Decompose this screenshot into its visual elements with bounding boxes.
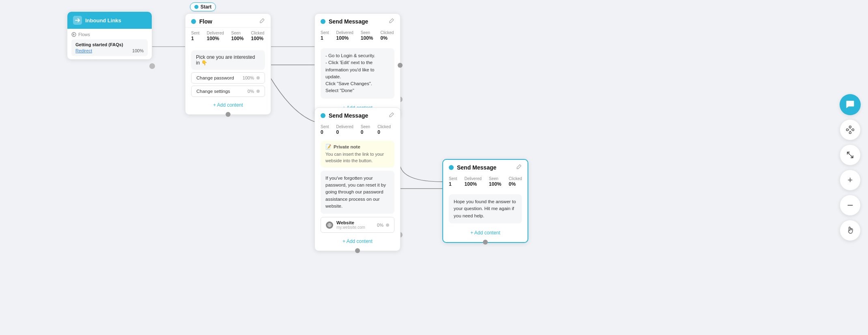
send-message-node-2: Send Message Sent 0 Delivered 0 Seen 0 C… bbox=[314, 107, 401, 251]
send-message-node-1: Send Message Sent 1 Delivered 100% Seen … bbox=[314, 13, 401, 118]
svg-point-6 bbox=[849, 126, 851, 128]
private-note: 📝 Private note You can insert the link t… bbox=[321, 141, 394, 168]
send-1-edit-icon[interactable] bbox=[389, 18, 394, 25]
send-message-node-3: Send Message Sent 1 Delivered 100% Seen … bbox=[442, 159, 528, 243]
choice-item-2[interactable]: Change settings 0% bbox=[191, 86, 265, 97]
inbound-title: Inbound Links bbox=[85, 17, 121, 24]
choice-2-pct-area: 0% bbox=[248, 89, 260, 94]
inbound-header: Inbound Links bbox=[67, 12, 152, 29]
send3-stat-seen: Seen 100% bbox=[489, 176, 502, 187]
send-1-content: - Go to Login & security. - Click 'Edit'… bbox=[315, 43, 400, 117]
zoom-out-toolbar-btn[interactable]: − bbox=[840, 195, 861, 216]
reset-message: If you've forgotten your password, you c… bbox=[321, 171, 394, 214]
send-2-add-content-btn[interactable]: + Add content bbox=[321, 235, 394, 246]
flow-message-bubble: Pick one you are interested in 👇 bbox=[191, 50, 265, 70]
stat-delivered: Delivered 100% bbox=[207, 31, 224, 41]
stat-sent-value: 1 bbox=[191, 36, 200, 41]
website-btn-icon bbox=[326, 221, 333, 229]
flow-header: Flow bbox=[185, 14, 271, 28]
send-3-edit-icon[interactable] bbox=[516, 164, 522, 171]
stat-clicked: Clicked 100% bbox=[251, 31, 265, 41]
website-button[interactable]: Website my.website.com 0% bbox=[321, 217, 394, 233]
canvas: Start Inbound Links Flows Getting starte… bbox=[0, 0, 868, 335]
website-btn-pct-area: 0% bbox=[377, 223, 389, 228]
choice-1-dot bbox=[256, 76, 260, 79]
send-2-content: 📝 Private note You can insert the link t… bbox=[315, 137, 400, 251]
flow-node: Flow Sent 1 Delivered 100% Seen 100% Cli… bbox=[185, 13, 271, 115]
send-2-title: Send Message bbox=[329, 112, 368, 119]
send-1-title: Send Message bbox=[329, 18, 368, 25]
stat-delivered-value: 100% bbox=[207, 36, 224, 41]
choice-1-label: Change password bbox=[196, 75, 234, 80]
flows-item-bottom: Redirect 100% bbox=[75, 48, 144, 53]
stat-clicked-value: 100% bbox=[251, 36, 265, 41]
send-2-stats: Sent 0 Delivered 0 Seen 0 Clicked 0 bbox=[315, 121, 400, 137]
flow-message-text: Pick one you are interested in 👇 bbox=[196, 54, 255, 66]
svg-point-5 bbox=[846, 129, 849, 131]
flows-section: Flows Getting started (FAQs) Redirect 10… bbox=[67, 29, 152, 59]
flow-blue-dot bbox=[191, 19, 196, 24]
flows-toolbar-btn[interactable] bbox=[840, 119, 861, 140]
send-3-title: Send Message bbox=[457, 164, 496, 171]
send3-stat-delivered: Delivered 100% bbox=[465, 176, 482, 187]
send-1-blue-dot bbox=[321, 19, 325, 24]
right-toolbar: + − bbox=[840, 94, 861, 241]
start-label: Start bbox=[200, 4, 211, 10]
send2-stat-delivered: Delivered 0 bbox=[336, 125, 353, 135]
hand-icon bbox=[846, 226, 855, 235]
send1-stat-seen: Seen 100% bbox=[361, 30, 373, 41]
choice-2-label: Change settings bbox=[196, 89, 230, 94]
send-2-edit-icon[interactable] bbox=[389, 112, 394, 119]
send-3-bottom-connector bbox=[483, 240, 488, 245]
zoom-in-toolbar-btn[interactable]: + bbox=[840, 170, 861, 191]
send-3-add-content-btn[interactable]: + Add content bbox=[449, 227, 522, 237]
start-dot bbox=[194, 5, 198, 9]
redirect-pct: 100% bbox=[132, 48, 144, 53]
stat-sent-label: Sent bbox=[191, 31, 200, 35]
hand-toolbar-btn[interactable] bbox=[840, 220, 861, 241]
send2-stat-clicked: Clicked 0 bbox=[377, 125, 391, 135]
private-note-icon: 📝 bbox=[325, 144, 331, 150]
private-note-header: 📝 Private note bbox=[325, 144, 390, 150]
send1-stat-clicked: Clicked 0% bbox=[381, 30, 394, 41]
send-3-stats: Sent 1 Delivered 100% Seen 100% Clicked … bbox=[443, 173, 528, 189]
flow-edit-icon[interactable] bbox=[259, 18, 265, 25]
website-btn-url: my.website.com bbox=[336, 225, 374, 230]
svg-point-7 bbox=[852, 129, 854, 131]
stat-seen-value: 100% bbox=[231, 36, 244, 41]
choice-item-1[interactable]: Change password 100% bbox=[191, 72, 265, 84]
send-2-header: Send Message bbox=[315, 108, 400, 121]
flows-icon bbox=[846, 125, 855, 134]
svg-point-8 bbox=[849, 132, 851, 134]
choice-1-pct-area: 100% bbox=[243, 75, 260, 80]
send-1-header: Send Message bbox=[315, 14, 400, 27]
flows-label: Flows bbox=[71, 32, 148, 37]
start-badge: Start bbox=[190, 2, 216, 11]
send-3-message: Hope you found the answer to your questi… bbox=[449, 194, 522, 223]
flows-item-title: Getting started (FAQs) bbox=[75, 42, 144, 47]
inbound-icon bbox=[73, 16, 82, 25]
send-3-content: Hope you found the answer to your questi… bbox=[443, 189, 528, 242]
website-btn-label: Website bbox=[336, 220, 374, 225]
send-2-bottom-connector bbox=[355, 248, 360, 253]
send1-stat-delivered: Delivered 100% bbox=[336, 30, 353, 41]
send3-stat-sent: Sent 1 bbox=[449, 176, 457, 187]
send-1-message: - Go to Login & security. - Click 'Edit'… bbox=[321, 48, 394, 99]
private-note-label: Private note bbox=[334, 144, 360, 149]
chat-toolbar-btn[interactable] bbox=[840, 94, 861, 115]
redirect-link[interactable]: Redirect bbox=[75, 48, 92, 53]
collapse-toolbar-btn[interactable] bbox=[840, 144, 861, 165]
send-3-blue-dot bbox=[449, 165, 454, 170]
flow-title: Flow bbox=[199, 18, 212, 25]
flow-bottom-connector bbox=[226, 112, 230, 117]
send-1-right-connector bbox=[398, 63, 403, 68]
send-2-blue-dot bbox=[321, 113, 325, 118]
stat-clicked-label: Clicked bbox=[251, 31, 265, 35]
flow-add-content-btn[interactable]: + Add content bbox=[191, 99, 265, 110]
send-1-stats: Sent 1 Delivered 100% Seen 100% Clicked … bbox=[315, 27, 400, 43]
send1-stat-sent: Sent 1 bbox=[321, 30, 329, 41]
stat-seen-label: Seen bbox=[231, 31, 244, 35]
website-dot bbox=[386, 223, 389, 227]
stat-delivered-label: Delivered bbox=[207, 31, 224, 35]
collapse-icon bbox=[846, 151, 854, 159]
